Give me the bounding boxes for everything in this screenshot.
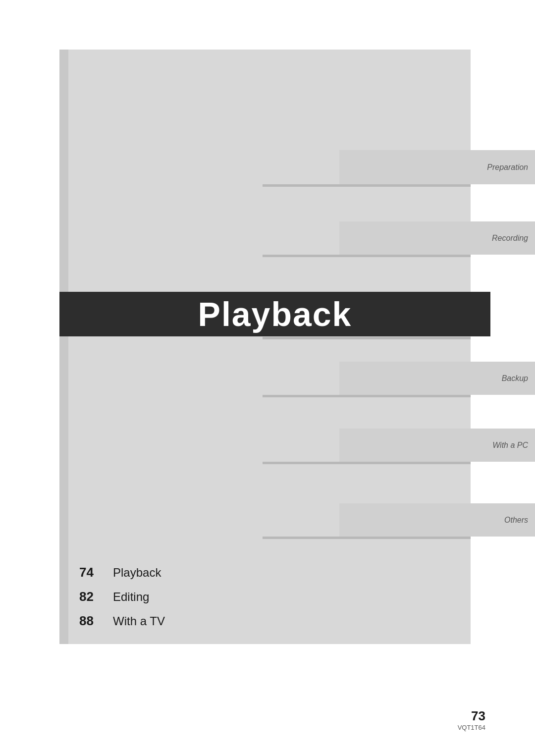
toc-number-editing: 82 <box>79 589 109 604</box>
playback-title-block: Playback <box>59 292 490 336</box>
main-background <box>59 50 471 644</box>
toc-text-with-a-tv: With a TV <box>113 614 165 628</box>
playback-divider <box>263 337 471 339</box>
preparation-section: Preparation <box>339 150 535 184</box>
preparation-divider <box>263 184 471 187</box>
left-accent-bar <box>59 50 68 644</box>
others-divider <box>263 537 471 539</box>
toc-item-with-a-tv: 88 With a TV <box>79 613 277 629</box>
others-label: Others <box>504 516 528 525</box>
with-a-pc-section: With a PC <box>339 429 535 462</box>
toc-number-playback: 74 <box>79 565 109 580</box>
toc-item-editing: 82 Editing <box>79 589 277 604</box>
preparation-label: Preparation <box>487 163 528 172</box>
backup-section: Backup <box>339 362 535 395</box>
others-section: Others <box>339 503 535 537</box>
toc-item-playback: 74 Playback <box>79 565 277 580</box>
recording-divider <box>263 255 471 257</box>
recording-section: Recording <box>339 221 535 255</box>
toc-text-editing: Editing <box>113 590 149 604</box>
page-code: VQT1T64 <box>458 724 485 731</box>
backup-divider <box>263 395 471 397</box>
with-a-pc-divider <box>263 462 471 464</box>
toc-number-with-a-tv: 88 <box>79 613 109 629</box>
with-a-pc-label: With a PC <box>492 441 528 450</box>
page-container: Preparation Recording Playback Backup Wi… <box>0 0 535 756</box>
page-number-container: 73 VQT1T64 <box>458 708 485 731</box>
backup-label: Backup <box>502 374 528 383</box>
playback-title: Playback <box>198 295 352 333</box>
toc-text-playback: Playback <box>113 566 161 580</box>
toc-container: 74 Playback 82 Editing 88 With a TV <box>79 565 277 638</box>
page-number: 73 <box>458 708 485 724</box>
recording-label: Recording <box>492 234 528 243</box>
